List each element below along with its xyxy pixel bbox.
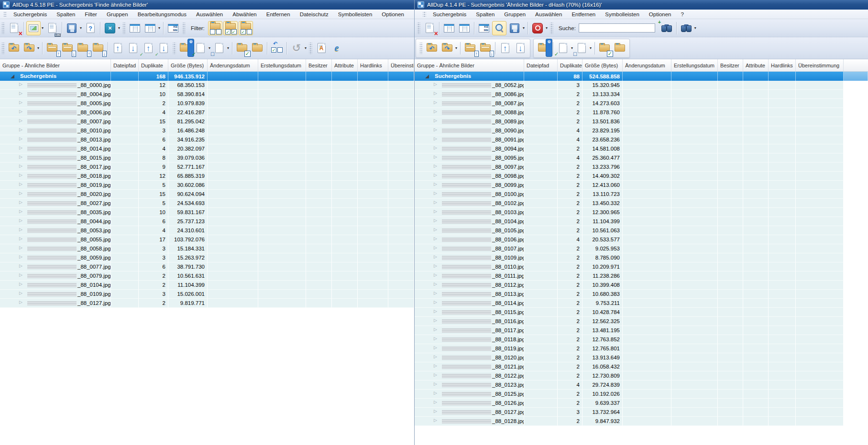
help-icon[interactable]: ? [83,21,98,35]
column-header-gr-e-bytes-[interactable]: Größe (Bytes) [168,59,208,71]
dropdown-arrow-icon[interactable]: ▾ [227,46,229,50]
menu-item-suchergebnis[interactable]: Suchergebnis [429,11,471,18]
expand-icon[interactable]: ▷ [19,136,22,141]
table-row[interactable]: ▷_88_0102.jpg213.450.332 [415,199,868,208]
expand-icon[interactable]: ▷ [19,127,22,132]
dropdown-arrow-icon[interactable]: ▾ [546,26,548,30]
next-file-icon[interactable]: ↓ [513,41,527,55]
table-row[interactable]: ▷_88_0018.jpg1265.885.319 [0,172,414,181]
expand-icon[interactable]: ▷ [434,309,437,314]
search-preview-icon[interactable] [492,21,506,35]
table-row[interactable]: ▷_88_0119.jpg212.765.801 [415,344,868,353]
expand-icon[interactable]: ▷ [19,118,22,123]
expand-icon[interactable]: ▷ [19,182,22,186]
table-row[interactable]: ▷_88_0013.jpg634.916.235 [0,135,414,144]
expand-icon[interactable]: ▷ [434,418,437,423]
expand-icon[interactable]: ▷ [434,127,437,132]
column-header-attribute[interactable]: Attribute [743,59,769,71]
expand-icon[interactable]: ▷ [19,82,22,87]
expand-icon[interactable]: ▷ [434,254,437,259]
table-row[interactable]: ▷_88_0004.jpg1058.390.814 [0,90,414,99]
expand-icon[interactable]: ▷ [434,354,437,359]
toolbar-grip[interactable] [1,43,5,54]
menu-item-optionen[interactable]: Optionen [645,11,676,18]
filter-show-all-icon[interactable] [208,21,222,35]
table-row[interactable]: ▷_88_0125.jpg210.192.026 [415,390,868,399]
toolbar-grip[interactable] [173,43,176,54]
column-header-besitzer[interactable]: Besitzer [306,59,332,71]
expand-icon[interactable]: ▷ [434,272,437,277]
expand-icon[interactable]: ▷ [434,345,437,350]
table-row[interactable]: ▷_88_0035.jpg1059.831.167 [0,208,414,217]
menu-item-symbolleisten[interactable]: Symbolleisten [334,11,377,18]
menu-grip[interactable] [423,11,426,18]
check-files-icon[interactable]: ✓ [556,41,570,55]
table-row[interactable]: ▷_88_0091.jpg423.658.236 [415,135,868,144]
table-row[interactable]: ▷_88_0104.jpg211.104.399 [0,281,414,290]
expand-icon[interactable]: ▷ [19,263,22,268]
table-row[interactable]: ▷_88_0103.jpg212.300.965 [415,208,868,217]
expand-icon[interactable]: ▷ [19,236,22,241]
previous-group-icon[interactable]: ↑ [76,41,90,55]
column-header-duplikate[interactable]: Duplikate [139,59,168,71]
expand-icon[interactable]: ▷ [19,191,22,195]
dropdown-arrow-icon[interactable]: ▾ [694,26,696,30]
column-header--nderungsdatum[interactable]: Änderungsdatum [208,59,258,71]
expand-icon[interactable]: ▷ [19,163,22,168]
check-files-icon[interactable]: ✓ [193,41,208,55]
expand-icon[interactable]: ▷ [19,227,22,232]
expand-icon[interactable]: ▷ [434,100,437,105]
expand-collapse-icon[interactable] [11,75,14,78]
log-icon[interactable]: LOG [45,21,59,35]
table-row[interactable]: ▷_88_0127.jpg313.732.964 [415,408,868,417]
history-back-icon[interactable]: ↶ [7,41,21,55]
dropdown-arrow-icon[interactable]: ▾ [523,26,525,30]
check-folder-icon[interactable]: ✓ [597,41,612,55]
undo-selection-icon[interactable]: ✓↶ [270,41,284,55]
table-row[interactable]: ▷_88_0052.jpg315.320.945 [415,81,868,90]
table-row[interactable]: ▷_88_0105.jpg210.561.063 [415,226,868,235]
table-row[interactable]: ▷_88_0099.jpg212.413.060 [415,181,868,190]
uncheck-folder-icon[interactable] [250,41,264,55]
uncheck-files-icon[interactable]: ☐ [574,41,589,55]
menu-item-symbolleisten[interactable]: Symbolleisten [601,11,644,18]
table-row[interactable]: ▷_88_0059.jpg315.263.972 [0,253,414,262]
size-unit-kb-mb-icon[interactable]: KBMB [166,21,180,35]
table-row[interactable]: ▷_88_0118.jpg212.763.852 [415,335,868,344]
find-in-results-icon[interactable]: + [659,21,674,35]
dropdown-arrow-icon[interactable]: ▾ [305,46,307,50]
dropdown-arrow-icon[interactable]: ▾ [37,46,39,50]
table-row[interactable]: ▷_88_0089.jpg213.501.836 [415,117,868,126]
table-row[interactable]: ▷_88_0123.jpg429.724.839 [415,380,868,390]
table-row[interactable]: ▷_88_0094.jpg214.581.008 [415,144,868,153]
expand-icon[interactable]: ▷ [434,409,437,413]
table-row[interactable]: ▷_88_0126.jpg29.639.337 [415,399,868,408]
menu-item-suchergebnis[interactable]: Suchergebnis [9,11,51,18]
expand-icon[interactable]: ▷ [19,200,22,205]
expand-icon[interactable]: ▷ [434,336,437,341]
menu-grip[interactable] [3,11,7,18]
previous-file-icon[interactable]: ↑ [110,41,125,55]
table-row[interactable]: ▷_88_0015.jpg839.079.036 [0,153,414,163]
table-row[interactable]: ▷_88_0053.jpg424.310.601 [0,226,414,235]
expand-icon[interactable]: ▷ [19,109,22,114]
column-header-dateipfad[interactable]: Dateipfad [524,59,558,71]
expand-icon[interactable]: ▷ [19,209,22,214]
expand-icon[interactable]: ▷ [434,218,437,223]
undo-icon[interactable]: ↺ [289,41,304,55]
table-row[interactable]: ▷_88_0097.jpg213.233.796 [415,163,868,172]
table-row[interactable]: ▷_88_0014.jpg420.382.097 [0,144,414,153]
table-row[interactable]: ▷_88_0086.jpg213.133.334 [415,90,868,99]
next-group-icon[interactable]: ↓ [478,41,493,55]
dropdown-arrow-icon[interactable]: ▾ [209,46,210,50]
expand-icon[interactable]: ▷ [434,82,437,87]
expand-icon[interactable]: ▷ [434,263,437,268]
toolbar-grip[interactable] [182,22,186,34]
dropdown-arrow-icon[interactable]: ▾ [455,46,457,50]
expand-icon[interactable]: ▷ [434,145,437,150]
column-header--bereinstimmung[interactable]: Übereinstimmung [796,59,844,71]
expand-icon[interactable]: ▷ [434,136,437,141]
menu-item-spalten[interactable]: Spalten [52,11,79,18]
column-header-dateipfad[interactable]: Dateipfad [111,59,139,71]
table-row[interactable]: ▷_88_0120.jpg213.913.649 [415,353,868,362]
